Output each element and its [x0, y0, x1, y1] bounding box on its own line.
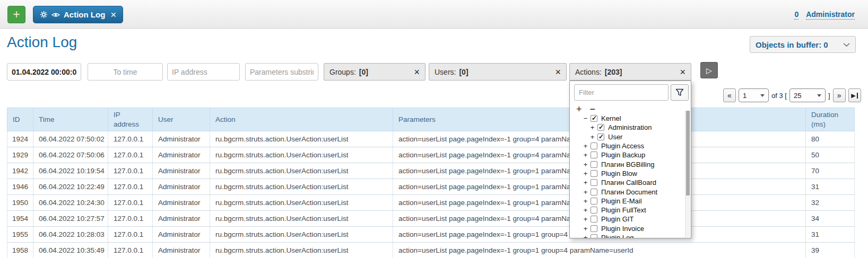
cell-duration: 31	[806, 227, 855, 243]
groups-chip-label: Groups:	[329, 68, 356, 76]
cell-duration: 32	[806, 195, 855, 211]
apply-filter-button[interactable]	[671, 84, 689, 101]
cell-user: Administrator	[153, 243, 210, 258]
tree-toggle[interactable]: +	[589, 133, 596, 141]
cell-action: ru.bgcrm.struts.action.UserAction:userLi…	[210, 243, 393, 258]
tree-toggle[interactable]: +	[582, 234, 589, 238]
tree-toggle[interactable]: −	[582, 114, 589, 122]
checkbox-unchecked[interactable]	[591, 234, 597, 238]
parameters-substring-input[interactable]	[245, 63, 318, 81]
tab-close-icon[interactable]: ×	[110, 10, 116, 20]
user-name-link[interactable]: Administrator	[806, 10, 855, 20]
actions-filter-input[interactable]	[574, 84, 669, 101]
tree-toggle[interactable]: +	[582, 179, 589, 186]
tree-item[interactable]: + Плагин BGBilling	[570, 159, 685, 168]
funnel-icon	[675, 88, 684, 96]
checkbox-checked[interactable]	[591, 115, 597, 122]
tree-toggle[interactable]: +	[582, 225, 589, 233]
tree-item-label: Kernel	[601, 114, 621, 122]
tree-item[interactable]: + Plugin Log	[570, 233, 685, 238]
last-page-button[interactable]: ▶	[848, 88, 861, 102]
tree-item-label: Плагин Document	[601, 188, 657, 196]
table-row: 1950 06.04.2022 10:24:30 127.0.0.1 Admin…	[7, 195, 855, 211]
collapse-all-button[interactable]: −	[590, 104, 596, 114]
page-number-select[interactable]: 1	[739, 88, 769, 102]
run-filter-button[interactable]: ▷	[700, 62, 718, 78]
checkbox-unchecked[interactable]	[591, 207, 597, 213]
tree-toggle[interactable]: +	[589, 123, 596, 131]
next-page-button[interactable]: »	[833, 88, 846, 102]
cell-duration: 34	[806, 211, 855, 227]
checkbox-unchecked[interactable]	[591, 170, 597, 177]
groups-filter-chip[interactable]: Groups: [0] ×	[324, 63, 426, 81]
tree-item[interactable]: + User	[570, 132, 685, 141]
scrollbar-thumb[interactable]	[686, 111, 690, 195]
to-time-input[interactable]	[88, 63, 163, 81]
cell-id: 1929	[7, 147, 33, 163]
checkbox-unchecked[interactable]	[591, 143, 597, 149]
actions-clear-icon[interactable]: ×	[680, 67, 685, 77]
tree-item[interactable]: + Plugin FullText	[570, 206, 685, 215]
tree-item[interactable]: + Plugin GIT	[570, 215, 685, 224]
cell-id: 1955	[7, 227, 33, 243]
pagination: « 1 of 3 [ 25 ] » ▶	[723, 88, 861, 102]
page-size-select[interactable]: 25	[789, 88, 826, 102]
tree-item[interactable]: + Plugin Invoice	[570, 224, 685, 233]
cell-user: Administrator	[153, 163, 210, 179]
page-number-value: 1	[743, 92, 747, 100]
tab-action-log[interactable]: Action Log ×	[33, 6, 123, 23]
add-tab-button[interactable]: +	[7, 6, 25, 23]
tree-item[interactable]: + Plugin Blow	[570, 169, 685, 178]
checkbox-unchecked[interactable]	[591, 152, 597, 158]
tree-item[interactable]: + Plugin Access	[570, 141, 685, 150]
ip-address-input[interactable]	[167, 63, 240, 81]
groups-clear-icon[interactable]: ×	[414, 67, 420, 77]
cell-id: 1924	[7, 131, 33, 147]
notification-count-link[interactable]: 0	[794, 10, 798, 20]
tree-item[interactable]: + Плагин Document	[570, 187, 685, 196]
action-log-screen: + Action Log	[0, 0, 868, 258]
page-of-label: of 3 [	[771, 92, 787, 100]
checkbox-unchecked[interactable]	[591, 225, 597, 232]
checkbox-checked[interactable]	[597, 124, 604, 131]
users-filter-chip[interactable]: Users: [0] ×	[429, 63, 567, 81]
checkbox-checked[interactable]	[597, 134, 604, 140]
checkbox-unchecked[interactable]	[591, 189, 597, 195]
tree-item[interactable]: + Плагин CallBoard	[570, 178, 685, 187]
tree-toggle[interactable]: +	[582, 151, 589, 159]
checkbox-unchecked[interactable]	[591, 198, 597, 204]
cell-duration: 31	[806, 179, 855, 195]
column-header-ip: IP address	[108, 108, 153, 131]
dropdown-scrollbar[interactable]	[685, 111, 690, 237]
checkbox-unchecked[interactable]	[591, 216, 597, 223]
tree-item[interactable]: − Kernel	[570, 114, 685, 123]
expand-all-button[interactable]: +	[576, 104, 582, 114]
cell-ip: 127.0.0.1	[108, 195, 153, 211]
page-size-value: 25	[794, 92, 801, 100]
tree-toggle[interactable]: +	[582, 161, 589, 168]
actions-filter-chip[interactable]: Actions: [203] ×	[569, 63, 691, 81]
users-clear-icon[interactable]: ×	[555, 67, 561, 77]
from-time-input[interactable]	[7, 63, 81, 81]
cell-id: 1946	[7, 179, 33, 195]
checkbox-unchecked[interactable]	[591, 179, 597, 186]
gear-icon	[40, 11, 48, 19]
tree-item[interactable]: + Plugin Backup	[570, 150, 685, 159]
table-row: 1924 06.04.2022 07:50:02 127.0.0.1 Admin…	[7, 131, 855, 147]
actions-chip-label: Actions:	[575, 68, 602, 76]
checkbox-unchecked[interactable]	[591, 161, 597, 168]
objects-in-buffer-dropdown[interactable]: Objects in buffer: 0	[750, 36, 856, 53]
first-page-button[interactable]: «	[723, 88, 736, 102]
chevron-down-icon	[843, 42, 850, 47]
tree-item[interactable]: + Plugin E-Mail	[570, 197, 685, 206]
tree-toggle[interactable]: +	[582, 188, 589, 196]
table-row: 1929 06.04.2022 07:50:06 127.0.0.1 Admin…	[7, 147, 855, 163]
tree-toggle[interactable]: +	[582, 197, 589, 205]
tree-toggle[interactable]: +	[582, 170, 589, 177]
tree-item[interactable]: + Administration	[570, 123, 685, 132]
eye-icon	[51, 12, 60, 18]
column-header-id: ID	[7, 108, 33, 131]
tree-toggle[interactable]: +	[582, 142, 589, 150]
tree-toggle[interactable]: +	[582, 206, 589, 214]
tree-toggle[interactable]: +	[582, 215, 589, 223]
